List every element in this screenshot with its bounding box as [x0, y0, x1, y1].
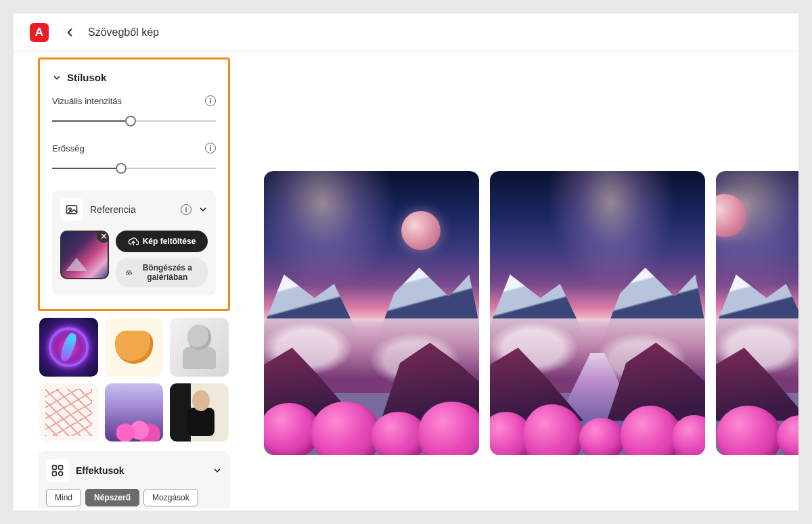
effects-label: Effektusok — [76, 465, 206, 476]
generated-image[interactable] — [264, 171, 479, 455]
info-icon[interactable]: i — [181, 204, 191, 215]
effects-chip[interactable]: Népszerű — [85, 489, 139, 506]
upload-image-button[interactable]: Kép feltöltése — [116, 231, 208, 252]
generated-image[interactable] — [716, 171, 798, 455]
page-title: Szövegből kép — [88, 26, 159, 39]
chevron-down-icon — [212, 466, 222, 475]
style-tile[interactable] — [105, 383, 164, 442]
svg-rect-6 — [53, 472, 57, 476]
svg-point-7 — [59, 472, 63, 476]
upload-cloud-icon — [128, 236, 139, 247]
browse-gallery-button[interactable]: Böngészés a galériában — [116, 258, 208, 287]
svg-point-2 — [126, 272, 129, 275]
visual-intensity-label: Vizuális intenzitás — [52, 96, 122, 106]
style-tile[interactable] — [170, 383, 229, 442]
chevron-down-icon[interactable] — [198, 205, 208, 214]
info-icon[interactable]: i — [205, 143, 216, 153]
strength-label: Erősség — [52, 143, 85, 153]
visual-intensity-slider[interactable] — [52, 114, 216, 128]
generated-gallery — [264, 171, 798, 455]
strength-slider[interactable] — [52, 162, 216, 175]
reference-label: Referencia — [90, 204, 174, 215]
style-tile[interactable] — [170, 318, 229, 377]
info-icon[interactable]: i — [205, 95, 216, 106]
remove-reference-button[interactable]: ✕ — [97, 231, 109, 243]
results-area — [244, 52, 798, 508]
svg-rect-4 — [53, 466, 57, 470]
effects-toggle[interactable]: Effektusok — [46, 459, 222, 482]
upload-image-label: Kép feltöltése — [143, 237, 196, 246]
effects-chip[interactable]: Mind — [46, 489, 81, 506]
style-tile[interactable] — [39, 318, 98, 377]
back-button[interactable] — [64, 26, 76, 39]
reference-icon — [60, 198, 83, 221]
style-tile[interactable] — [39, 383, 98, 442]
binoculars-icon — [125, 267, 133, 278]
styles-section-toggle[interactable]: Stílusok — [52, 72, 216, 83]
effects-chip[interactable]: Mozgások — [143, 489, 198, 506]
effects-panel: Effektusok MindNépszerűMozgásokTémákTech… — [38, 451, 230, 508]
styles-section-label: Stílusok — [67, 72, 106, 83]
reference-panel: Referencia i ✕ — [52, 190, 216, 295]
generated-image[interactable] — [490, 171, 705, 455]
style-tile[interactable] — [105, 318, 164, 377]
effects-chip-row: MindNépszerűMozgásokTémákTechnikákEffekt… — [46, 489, 222, 508]
adobe-logo-icon: A — [30, 23, 49, 42]
svg-point-1 — [69, 208, 71, 210]
styles-panel: Stílusok Vizuális intenzitás i Erősség i — [38, 57, 230, 311]
svg-point-3 — [129, 272, 132, 275]
effects-icon — [46, 459, 69, 482]
style-presets-grid — [38, 318, 230, 442]
browse-gallery-label: Böngészés a galériában — [137, 263, 198, 282]
svg-rect-5 — [59, 466, 63, 470]
sidebar: Stílusok Vizuális intenzitás i Erősség i — [14, 52, 244, 508]
app-header: A Szövegből kép — [14, 14, 798, 52]
reference-thumbnail[interactable]: ✕ — [60, 231, 109, 279]
chevron-down-icon — [52, 73, 62, 82]
